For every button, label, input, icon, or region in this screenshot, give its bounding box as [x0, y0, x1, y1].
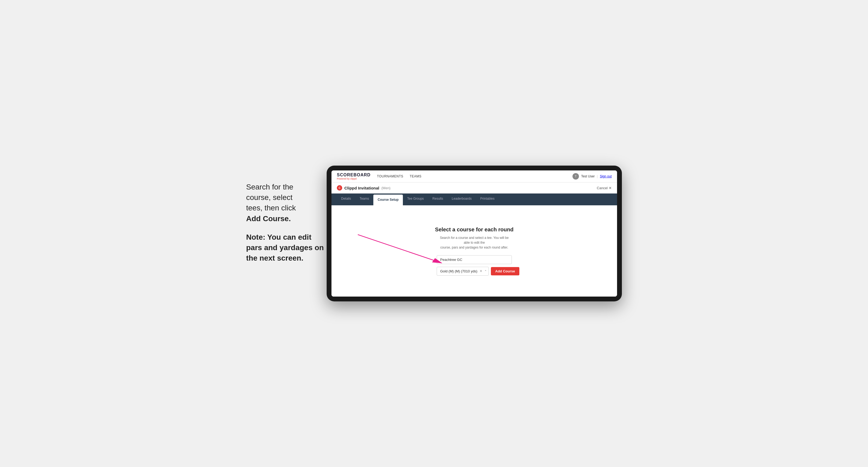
tab-printables[interactable]: Printables — [476, 193, 499, 205]
nav-tournaments[interactable]: TOURNAMENTS — [377, 175, 403, 178]
cancel-button[interactable]: Cancel ✕ — [597, 186, 612, 190]
nav-teams[interactable]: TEAMS — [410, 175, 422, 178]
tab-nav: Details Teams Course Setup Tee Groups Re… — [332, 193, 617, 205]
add-course-button[interactable]: Add Course — [491, 267, 519, 275]
course-search-input[interactable] — [437, 255, 512, 264]
tab-course-setup[interactable]: Course Setup — [373, 195, 403, 205]
tournament-gender: (Men) — [381, 186, 391, 190]
tablet-frame: SCOREBOARD Powered by clippd TOURNAMENTS… — [327, 165, 622, 302]
tee-chevron-icon: ⌃ — [485, 270, 487, 273]
header-nav: TOURNAMENTS TEAMS — [377, 175, 422, 178]
tournament-header: C Clippd Invitational (Men) Cancel ✕ — [332, 183, 617, 193]
tab-results[interactable]: Results — [428, 193, 447, 205]
sign-out-link[interactable]: Sign out — [600, 175, 612, 178]
logo-sub: Powered by clippd — [337, 178, 371, 180]
tee-select-wrapper: ✕ ⌃ — [437, 267, 489, 276]
course-select-title: Select a course for each round — [435, 226, 514, 233]
course-select-description: Search for a course and select a tee. Yo… — [437, 236, 512, 250]
annotation-note: Note: You can edit pars and yardages on … — [246, 232, 327, 263]
tournament-title-area: C Clippd Invitational (Men) — [337, 185, 391, 191]
annotation-bold: Add Course. — [246, 214, 291, 223]
tee-selector-row: ✕ ⌃ Add Course — [437, 267, 512, 276]
annotation-panel: Search for thecourse, selecttees, then c… — [246, 165, 327, 263]
user-avatar: T — [572, 173, 579, 180]
annotation-instruction: Search for thecourse, selecttees, then c… — [246, 182, 327, 224]
header-right: T Test User | Sign out — [572, 173, 612, 180]
tab-tee-groups[interactable]: Tee Groups — [403, 193, 428, 205]
header-separator: | — [597, 175, 598, 178]
user-name: Test User — [581, 175, 595, 178]
tee-clear-icon[interactable]: ✕ — [479, 269, 482, 273]
tab-details[interactable]: Details — [337, 193, 355, 205]
tablet-screen: SCOREBOARD Powered by clippd TOURNAMENTS… — [332, 170, 617, 297]
tournament-icon: C — [337, 185, 342, 191]
logo-text: SCOREBOARD — [337, 173, 371, 178]
tournament-name: Clippd Invitational — [344, 186, 379, 190]
main-content: Select a course for each round Search fo… — [332, 205, 617, 297]
tablet-area: SCOREBOARD Powered by clippd TOURNAMENTS… — [327, 165, 622, 302]
app-header: SCOREBOARD Powered by clippd TOURNAMENTS… — [332, 170, 617, 183]
tab-leaderboards[interactable]: Leaderboards — [447, 193, 476, 205]
logo-area: SCOREBOARD Powered by clippd — [337, 173, 371, 180]
tab-teams[interactable]: Teams — [355, 193, 373, 205]
